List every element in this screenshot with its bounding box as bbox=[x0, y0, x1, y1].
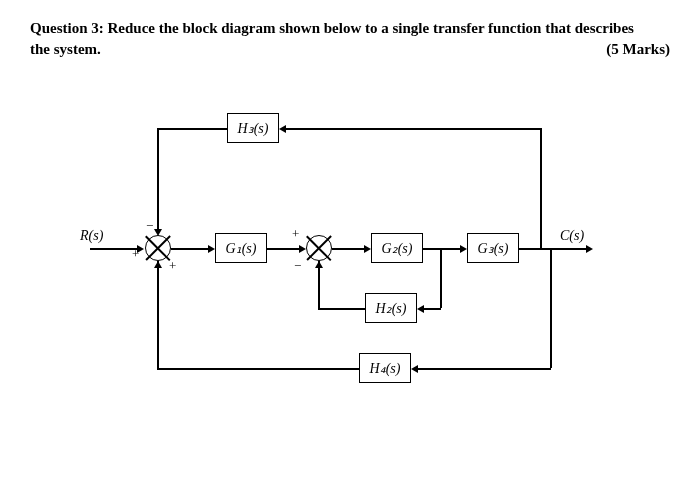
line-h3-top-left bbox=[157, 128, 227, 130]
line-h2-down bbox=[440, 248, 442, 308]
line-h4-down bbox=[550, 248, 552, 368]
input-label: R(s) bbox=[80, 228, 103, 244]
sign-sum1-left: + bbox=[132, 246, 139, 262]
block-g2: G₂(s) bbox=[371, 233, 423, 263]
line-h2-right bbox=[423, 308, 441, 310]
arrow-g1-in bbox=[208, 245, 215, 253]
line-h4-right bbox=[417, 368, 551, 370]
arrow-g2-in bbox=[364, 245, 371, 253]
block-g3: G₃(s) bbox=[467, 233, 519, 263]
arrow-h3-in bbox=[279, 125, 286, 133]
sign-sum1-bottom: + bbox=[169, 258, 176, 274]
line-h3-down bbox=[157, 128, 159, 233]
block-h3: H₃(s) bbox=[227, 113, 279, 143]
question-header: Question 3: Reduce the block diagram sho… bbox=[30, 20, 670, 37]
line-h2-up bbox=[318, 261, 320, 309]
line-g1-sum2 bbox=[267, 248, 302, 250]
line-h4-up bbox=[157, 261, 159, 369]
block-g1: G₁(s) bbox=[215, 233, 267, 263]
line-h3-top-right bbox=[285, 128, 541, 130]
summing-junction-2 bbox=[306, 235, 332, 261]
question-line2: the system. (5 Marks) bbox=[30, 41, 670, 58]
sign-sum2-top: + bbox=[292, 226, 299, 242]
line-h2-left bbox=[318, 308, 365, 310]
block-h4: H₄(s) bbox=[359, 353, 411, 383]
page: Question 3: Reduce the block diagram sho… bbox=[0, 0, 700, 448]
line-h4-left bbox=[157, 368, 359, 370]
line-output bbox=[519, 248, 589, 250]
question-marks: (5 Marks) bbox=[606, 41, 670, 58]
block-diagram: R(s) + − + G₁(s) + − G₂(s) G₃(s) bbox=[90, 78, 610, 428]
line-h3-up bbox=[540, 128, 542, 248]
line-sum2-g2 bbox=[332, 248, 367, 250]
arrow-h4-in bbox=[411, 365, 418, 373]
arrow-h2-sum2 bbox=[315, 261, 323, 268]
question-system: the system. bbox=[30, 41, 101, 58]
arrow-h2-in bbox=[417, 305, 424, 313]
summing-junction-1 bbox=[145, 235, 171, 261]
arrow-g3-in bbox=[460, 245, 467, 253]
arrow-output bbox=[586, 245, 593, 253]
line-sum1-g1 bbox=[171, 248, 211, 250]
block-h2: H₂(s) bbox=[365, 293, 417, 323]
question-text: Reduce the block diagram shown below to … bbox=[108, 20, 634, 36]
sign-sum2-bottom: − bbox=[294, 258, 301, 274]
output-label: C(s) bbox=[560, 228, 584, 244]
arrow-h3-sum1 bbox=[154, 229, 162, 236]
arrow-sum2-in bbox=[299, 245, 306, 253]
sign-sum1-top: − bbox=[146, 218, 153, 234]
question-prefix: Question 3: bbox=[30, 20, 104, 36]
arrow-h4-sum1 bbox=[154, 261, 162, 268]
line-g2-g3 bbox=[423, 248, 463, 250]
